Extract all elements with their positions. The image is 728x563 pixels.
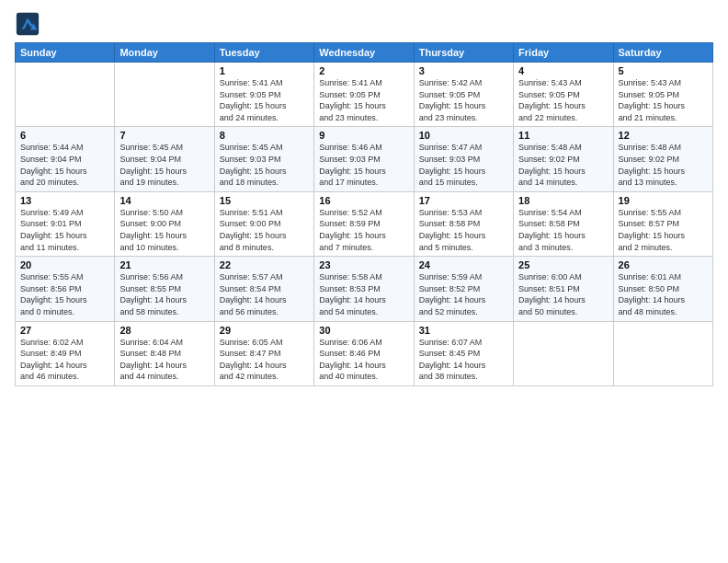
- day-number: 12: [619, 130, 708, 141]
- day-info: Sunrise: 5:45 AM Sunset: 9:03 PM Dayligh…: [220, 142, 309, 188]
- day-info: Sunrise: 5:46 AM Sunset: 9:03 PM Dayligh…: [319, 142, 408, 188]
- calendar-cell: 6Sunrise: 5:44 AM Sunset: 9:04 PM Daylig…: [16, 127, 115, 191]
- calendar-cell: 17Sunrise: 5:53 AM Sunset: 8:58 PM Dayli…: [414, 191, 513, 256]
- calendar-cell: 26Sunrise: 6:01 AM Sunset: 8:50 PM Dayli…: [613, 257, 712, 321]
- calendar-cell: 9Sunrise: 5:46 AM Sunset: 9:03 PM Daylig…: [314, 127, 414, 191]
- calendar-week-3: 13Sunrise: 5:49 AM Sunset: 9:01 PM Dayli…: [16, 191, 713, 256]
- day-info: Sunrise: 5:48 AM Sunset: 9:02 PM Dayligh…: [619, 142, 708, 188]
- calendar-cell: 4Sunrise: 5:43 AM Sunset: 9:05 PM Daylig…: [514, 63, 613, 127]
- calendar-cell: 28Sunrise: 6:04 AM Sunset: 8:48 PM Dayli…: [115, 321, 214, 385]
- calendar-week-4: 20Sunrise: 5:55 AM Sunset: 8:56 PM Dayli…: [16, 257, 713, 321]
- calendar-cell: 3Sunrise: 5:42 AM Sunset: 9:05 PM Daylig…: [414, 63, 513, 127]
- calendar-cell: 25Sunrise: 6:00 AM Sunset: 8:51 PM Dayli…: [514, 257, 613, 321]
- day-info: Sunrise: 5:55 AM Sunset: 8:56 PM Dayligh…: [20, 271, 109, 317]
- day-number: 17: [419, 195, 508, 206]
- day-number: 23: [319, 259, 408, 270]
- day-info: Sunrise: 5:58 AM Sunset: 8:53 PM Dayligh…: [319, 271, 408, 317]
- calendar-table: SundayMondayTuesdayWednesdayThursdayFrid…: [15, 42, 713, 386]
- logo: [15, 11, 44, 37]
- day-number: 24: [419, 259, 508, 270]
- calendar-cell: 18Sunrise: 5:54 AM Sunset: 8:58 PM Dayli…: [514, 191, 613, 256]
- calendar-cell: 13Sunrise: 5:49 AM Sunset: 9:01 PM Dayli…: [16, 191, 115, 256]
- calendar-cell: 5Sunrise: 5:43 AM Sunset: 9:05 PM Daylig…: [613, 63, 712, 127]
- day-number: 15: [220, 195, 309, 206]
- day-info: Sunrise: 5:55 AM Sunset: 8:57 PM Dayligh…: [619, 207, 708, 253]
- day-number: 28: [119, 325, 209, 336]
- day-number: 13: [20, 195, 109, 206]
- calendar-week-5: 27Sunrise: 6:02 AM Sunset: 8:49 PM Dayli…: [16, 321, 713, 385]
- day-number: 26: [619, 259, 708, 270]
- calendar-cell: 20Sunrise: 5:55 AM Sunset: 8:56 PM Dayli…: [16, 257, 115, 321]
- weekday-header-row: SundayMondayTuesdayWednesdayThursdayFrid…: [16, 43, 713, 63]
- day-number: 7: [119, 130, 209, 141]
- day-info: Sunrise: 5:42 AM Sunset: 9:05 PM Dayligh…: [419, 77, 508, 123]
- day-number: 16: [319, 195, 408, 206]
- day-info: Sunrise: 6:04 AM Sunset: 8:48 PM Dayligh…: [119, 337, 209, 383]
- day-number: 4: [518, 65, 608, 76]
- day-info: Sunrise: 6:07 AM Sunset: 8:45 PM Dayligh…: [419, 337, 508, 383]
- calendar-cell: [613, 321, 712, 385]
- day-info: Sunrise: 5:44 AM Sunset: 9:04 PM Dayligh…: [20, 142, 109, 188]
- calendar-cell: 14Sunrise: 5:50 AM Sunset: 9:00 PM Dayli…: [115, 191, 214, 256]
- day-info: Sunrise: 6:05 AM Sunset: 8:47 PM Dayligh…: [220, 337, 309, 383]
- day-info: Sunrise: 5:45 AM Sunset: 9:04 PM Dayligh…: [119, 142, 209, 188]
- day-number: 18: [518, 195, 608, 206]
- day-info: Sunrise: 5:52 AM Sunset: 8:59 PM Dayligh…: [319, 207, 408, 253]
- day-info: Sunrise: 5:57 AM Sunset: 8:54 PM Dayligh…: [220, 271, 309, 317]
- calendar-cell: 22Sunrise: 5:57 AM Sunset: 8:54 PM Dayli…: [214, 257, 313, 321]
- calendar-cell: [514, 321, 613, 385]
- day-number: 3: [419, 65, 508, 76]
- calendar-cell: 15Sunrise: 5:51 AM Sunset: 9:00 PM Dayli…: [214, 191, 313, 256]
- calendar-cell: 23Sunrise: 5:58 AM Sunset: 8:53 PM Dayli…: [314, 257, 414, 321]
- weekday-header-saturday: Saturday: [613, 43, 712, 63]
- day-number: 2: [319, 65, 408, 76]
- day-info: Sunrise: 5:47 AM Sunset: 9:03 PM Dayligh…: [419, 142, 508, 188]
- calendar-cell: 27Sunrise: 6:02 AM Sunset: 8:49 PM Dayli…: [16, 321, 115, 385]
- day-number: 11: [518, 130, 608, 141]
- calendar-cell: 24Sunrise: 5:59 AM Sunset: 8:52 PM Dayli…: [414, 257, 513, 321]
- day-info: Sunrise: 5:50 AM Sunset: 9:00 PM Dayligh…: [119, 207, 209, 253]
- header: [15, 11, 713, 37]
- day-info: Sunrise: 6:00 AM Sunset: 8:51 PM Dayligh…: [518, 271, 608, 317]
- day-number: 29: [220, 325, 309, 336]
- calendar-cell: 2Sunrise: 5:41 AM Sunset: 9:05 PM Daylig…: [314, 63, 414, 127]
- day-number: 8: [220, 130, 309, 141]
- calendar-cell: 7Sunrise: 5:45 AM Sunset: 9:04 PM Daylig…: [115, 127, 214, 191]
- weekday-header-tuesday: Tuesday: [214, 43, 313, 63]
- logo-icon: [15, 11, 40, 37]
- calendar-week-2: 6Sunrise: 5:44 AM Sunset: 9:04 PM Daylig…: [16, 127, 713, 191]
- weekday-header-sunday: Sunday: [16, 43, 115, 63]
- day-info: Sunrise: 5:51 AM Sunset: 9:00 PM Dayligh…: [220, 207, 309, 253]
- day-info: Sunrise: 5:49 AM Sunset: 9:01 PM Dayligh…: [20, 207, 109, 253]
- weekday-header-friday: Friday: [514, 43, 613, 63]
- calendar-cell: 16Sunrise: 5:52 AM Sunset: 8:59 PM Dayli…: [314, 191, 414, 256]
- day-info: Sunrise: 5:43 AM Sunset: 9:05 PM Dayligh…: [619, 77, 708, 123]
- calendar-cell: 31Sunrise: 6:07 AM Sunset: 8:45 PM Dayli…: [414, 321, 513, 385]
- day-number: 14: [119, 195, 209, 206]
- day-info: Sunrise: 5:43 AM Sunset: 9:05 PM Dayligh…: [518, 77, 608, 123]
- day-number: 9: [319, 130, 408, 141]
- day-number: 19: [619, 195, 708, 206]
- calendar-cell: [16, 63, 115, 127]
- day-number: 25: [518, 259, 608, 270]
- calendar-cell: 10Sunrise: 5:47 AM Sunset: 9:03 PM Dayli…: [414, 127, 513, 191]
- calendar-week-1: 1Sunrise: 5:41 AM Sunset: 9:05 PM Daylig…: [16, 63, 713, 127]
- calendar-cell: 12Sunrise: 5:48 AM Sunset: 9:02 PM Dayli…: [613, 127, 712, 191]
- calendar-cell: 30Sunrise: 6:06 AM Sunset: 8:46 PM Dayli…: [314, 321, 414, 385]
- day-info: Sunrise: 6:06 AM Sunset: 8:46 PM Dayligh…: [319, 337, 408, 383]
- page: SundayMondayTuesdayWednesdayThursdayFrid…: [0, 0, 728, 563]
- calendar-cell: 21Sunrise: 5:56 AM Sunset: 8:55 PM Dayli…: [115, 257, 214, 321]
- day-info: Sunrise: 5:54 AM Sunset: 8:58 PM Dayligh…: [518, 207, 608, 253]
- calendar-cell: 11Sunrise: 5:48 AM Sunset: 9:02 PM Dayli…: [514, 127, 613, 191]
- day-number: 27: [20, 325, 109, 336]
- calendar-cell: 19Sunrise: 5:55 AM Sunset: 8:57 PM Dayli…: [613, 191, 712, 256]
- day-info: Sunrise: 5:48 AM Sunset: 9:02 PM Dayligh…: [518, 142, 608, 188]
- day-number: 20: [20, 259, 109, 270]
- day-info: Sunrise: 5:53 AM Sunset: 8:58 PM Dayligh…: [419, 207, 508, 253]
- day-number: 6: [20, 130, 109, 141]
- weekday-header-monday: Monday: [115, 43, 214, 63]
- day-info: Sunrise: 5:41 AM Sunset: 9:05 PM Dayligh…: [220, 77, 309, 123]
- day-info: Sunrise: 6:02 AM Sunset: 8:49 PM Dayligh…: [20, 337, 109, 383]
- day-number: 1: [220, 65, 309, 76]
- calendar-cell: 8Sunrise: 5:45 AM Sunset: 9:03 PM Daylig…: [214, 127, 313, 191]
